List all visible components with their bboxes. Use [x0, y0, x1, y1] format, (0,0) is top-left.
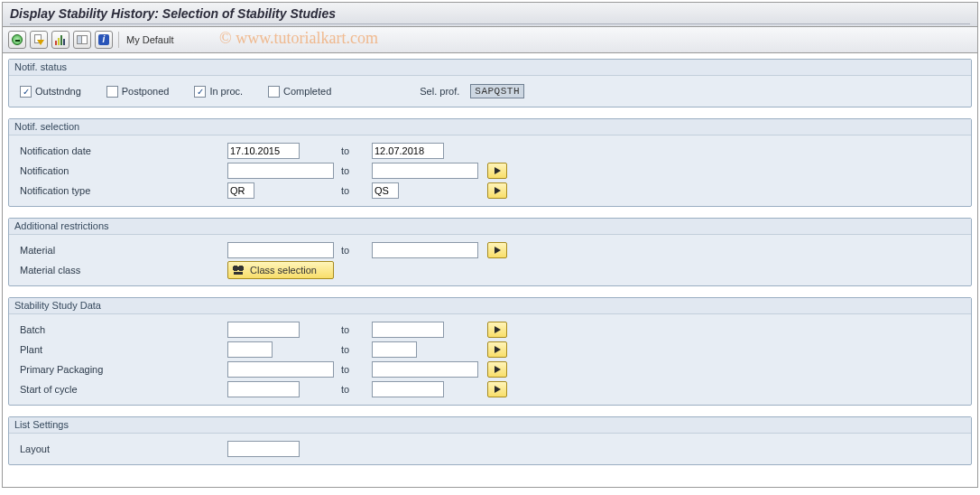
notif-type-multiselect-button[interactable]: [487, 182, 507, 199]
plant-from-input[interactable]: [227, 341, 273, 358]
notif-date-from-input[interactable]: [227, 143, 300, 159]
material-class-label: Material class: [20, 265, 227, 276]
to-label: to: [336, 364, 372, 375]
notification-multiselect-button[interactable]: [487, 163, 507, 179]
layout-icon: [77, 35, 88, 44]
to-label: to: [336, 145, 372, 156]
info-button[interactable]: i: [95, 31, 113, 49]
binoculars-icon: [232, 265, 245, 276]
title-bar: Display Stability History: Selection of …: [3, 2, 977, 27]
class-selection-label: Class selection: [250, 265, 317, 276]
title-underline: [10, 23, 970, 24]
arrow-right-icon: [495, 346, 501, 353]
material-label: Material: [20, 245, 227, 256]
batch-label: Batch: [20, 324, 227, 335]
material-multiselect-button[interactable]: [487, 242, 507, 258]
layout-input[interactable]: [227, 441, 300, 457]
primary-packaging-from-input[interactable]: [227, 361, 334, 378]
primary-packaging-label: Primary Packaging: [20, 364, 227, 375]
to-label: to: [336, 384, 372, 395]
notif-type-to-input[interactable]: [372, 182, 399, 199]
batch-to-input[interactable]: [372, 322, 444, 338]
arrow-right-icon: [495, 187, 501, 194]
start-of-cycle-multiselect-button[interactable]: [487, 381, 507, 397]
plant-label: Plant: [20, 344, 227, 355]
primary-packaging-to-input[interactable]: [372, 361, 478, 378]
inproc-checkbox[interactable]: ✓: [194, 86, 206, 98]
my-default-button[interactable]: My Default: [126, 34, 174, 45]
primary-packaging-multiselect-button[interactable]: [487, 361, 507, 378]
batch-from-input[interactable]: [227, 322, 300, 338]
to-label: to: [336, 245, 372, 256]
start-of-cycle-label: Start of cycle: [20, 384, 227, 395]
notif-type-from-input[interactable]: [227, 182, 254, 199]
completed-label: Completed: [283, 86, 331, 97]
additional-restrictions-title: Additional restrictions: [9, 219, 971, 235]
postponed-checkbox[interactable]: [106, 86, 118, 98]
notification-from-input[interactable]: [227, 163, 334, 179]
outstanding-label: Outstndng: [35, 86, 81, 97]
execute-icon: [12, 34, 23, 45]
arrow-right-icon: [495, 167, 501, 174]
to-label: to: [336, 185, 372, 196]
selection-options-button[interactable]: [51, 31, 69, 49]
notif-date-label: Notification date: [20, 145, 227, 156]
toolbar-separator: [118, 32, 119, 48]
list-settings-group: List Settings Layout: [8, 416, 972, 465]
batch-multiselect-button[interactable]: [487, 322, 507, 338]
watermark: © www.tutorialkart.com: [219, 29, 378, 48]
toolbar: i My Default © www.tutorialkart.com: [3, 27, 977, 53]
sel-prof-value[interactable]: SAPQSTH: [470, 84, 524, 98]
execute-button[interactable]: [8, 31, 26, 49]
postponed-label: Postponed: [122, 86, 170, 97]
start-of-cycle-from-input[interactable]: [227, 381, 300, 397]
notif-status-title: Notif. status: [9, 60, 971, 76]
info-icon: i: [98, 34, 109, 45]
bars-icon: [55, 34, 66, 45]
inproc-label: In proc.: [209, 86, 243, 97]
notif-selection-title: Notif. selection: [9, 119, 971, 135]
layout-label: Layout: [20, 444, 227, 454]
get-variant-button[interactable]: [30, 31, 48, 49]
content-area: Notif. status ✓ Outstndng Postponed ✓ In…: [3, 53, 977, 487]
arrow-right-icon: [495, 247, 501, 254]
to-label: to: [336, 344, 372, 355]
stability-study-data-title: Stability Study Data: [9, 298, 971, 314]
to-label: to: [336, 165, 372, 176]
outstanding-checkbox[interactable]: ✓: [20, 86, 32, 98]
to-label: to: [336, 324, 372, 335]
variant-icon: [33, 34, 44, 45]
notification-label: Notification: [20, 165, 227, 176]
notif-date-to-input[interactable]: [372, 143, 444, 159]
notif-status-group: Notif. status ✓ Outstndng Postponed ✓ In…: [8, 59, 972, 107]
layout-button[interactable]: [73, 31, 91, 49]
material-from-input[interactable]: [227, 242, 334, 258]
notif-selection-group: Notif. selection Notification date to No…: [8, 118, 972, 207]
class-selection-button[interactable]: Class selection: [227, 261, 334, 279]
plant-to-input[interactable]: [372, 341, 417, 358]
material-to-input[interactable]: [372, 242, 478, 258]
list-settings-title: List Settings: [9, 417, 971, 434]
page-title: Display Stability History: Selection of …: [10, 6, 970, 21]
notif-type-label: Notification type: [20, 185, 227, 196]
stability-study-data-group: Stability Study Data Batch to Plant to: [8, 297, 972, 406]
plant-multiselect-button[interactable]: [487, 341, 507, 358]
arrow-right-icon: [495, 386, 501, 393]
arrow-right-icon: [495, 326, 501, 333]
sel-prof-label: Sel. prof.: [420, 86, 459, 97]
start-of-cycle-to-input[interactable]: [372, 381, 444, 397]
app-frame: Display Stability History: Selection of …: [2, 2, 978, 488]
arrow-right-icon: [495, 366, 501, 373]
completed-checkbox[interactable]: [268, 86, 280, 98]
notification-to-input[interactable]: [372, 163, 478, 179]
additional-restrictions-group: Additional restrictions Material to Mate…: [8, 218, 972, 286]
